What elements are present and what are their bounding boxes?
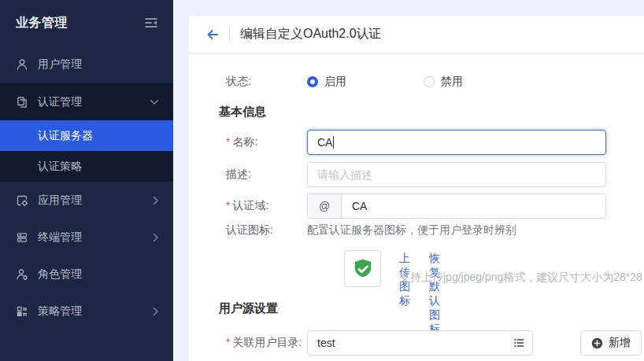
- status-row: 状态: 启用 禁用: [226, 74, 463, 90]
- sidebar-item-roles[interactable]: 角色管理: [0, 256, 173, 293]
- upload-format-hint: 支持上传jpg/jpeg/png格式，建议尺寸大小为28*28: [399, 271, 642, 285]
- name-input[interactable]: CA: [307, 130, 606, 155]
- sidebar-subitem-auth-policy[interactable]: 认证策略: [0, 151, 173, 182]
- sidebar-item-apps[interactable]: 应用管理: [0, 182, 173, 219]
- section-user-source: 用户源设置: [219, 301, 278, 316]
- name-input-value: CA: [317, 136, 332, 149]
- radio-disabled[interactable]: 禁用: [424, 75, 463, 89]
- sidebar-item-label: 终端管理: [38, 230, 153, 245]
- page-header: 编辑自定义OAuth2.0认证: [189, 16, 644, 53]
- user-icon: [16, 58, 28, 71]
- text-cursor: [333, 136, 334, 149]
- upload-links: 上传图标 恢复默认图标: [399, 252, 440, 337]
- main-content: 编辑自定义OAuth2.0认证 状态: 启用 禁用 基本信息 *名称: CA: [173, 0, 644, 361]
- back-button[interactable]: [206, 29, 219, 40]
- header-divider: [229, 28, 230, 41]
- radio-enabled-label: 启用: [324, 75, 346, 89]
- plus-circle-icon: [591, 337, 603, 349]
- section-basic-info: 基本信息: [219, 105, 266, 120]
- radio-enabled[interactable]: 启用: [307, 75, 346, 89]
- user-gear-icon: [16, 268, 28, 281]
- required-asterisk: *: [226, 336, 230, 348]
- auth-icon-label: 认证图标:: [226, 223, 307, 238]
- auth-domain-label: *认证域:: [226, 199, 307, 213]
- sidebar: 业务管理 用户管理 认证管理: [0, 0, 173, 361]
- edit-oauth-card: 编辑自定义OAuth2.0认证 状态: 启用 禁用 基本信息 *名称: CA: [189, 16, 644, 361]
- description-row: 描述:: [226, 162, 606, 187]
- sidebar-item-label: 角色管理: [38, 267, 159, 282]
- chevron-down-icon: [150, 99, 159, 105]
- app-gear-icon: [16, 194, 28, 207]
- description-input[interactable]: [307, 162, 606, 187]
- submenu-item-label: 认证服务器: [38, 129, 93, 143]
- description-label: 描述:: [226, 168, 307, 182]
- user-directory-label: *关联用户目录:: [226, 336, 307, 350]
- auth-icon-preview: [344, 250, 381, 287]
- shield-check-icon: [351, 257, 375, 281]
- user-directory-input[interactable]: test: [307, 330, 533, 355]
- certificate-icon: [16, 96, 28, 109]
- add-button-label: 新增: [609, 336, 631, 350]
- name-row: *名称: CA: [226, 130, 606, 155]
- name-label: *名称:: [226, 135, 307, 149]
- sidebar-item-label: 用户管理: [38, 57, 159, 72]
- restore-default-icon-link[interactable]: 恢复默认图标: [429, 252, 440, 337]
- auth-domain-value: CA: [342, 194, 367, 218]
- list-select-icon[interactable]: [513, 337, 525, 352]
- upload-icon-link[interactable]: 上传图标: [399, 252, 410, 337]
- sidebar-item-terminals[interactable]: 终端管理: [0, 219, 173, 256]
- sidebar-title: 业务管理: [16, 15, 143, 31]
- server-icon: [16, 231, 28, 244]
- chevron-right-icon: [153, 233, 159, 242]
- auth-icon-row: 认证图标: 配置认证服务器图标，便于用户登录时辨别: [226, 223, 516, 239]
- auth-icon-hint: 配置认证服务器图标，便于用户登录时辨别: [307, 223, 516, 238]
- submenu-item-label: 认证策略: [38, 160, 82, 174]
- page-title: 编辑自定义OAuth2.0认证: [240, 26, 382, 42]
- auth-domain-input[interactable]: @ CA: [307, 193, 606, 219]
- required-asterisk: *: [226, 135, 230, 148]
- radio-disabled-circle[interactable]: [424, 76, 435, 87]
- add-directory-button[interactable]: 新增: [580, 330, 642, 355]
- radio-disabled-label: 禁用: [441, 75, 463, 89]
- sidebar-subitem-auth-server[interactable]: 认证服务器: [0, 120, 173, 151]
- sidebar-header: 业务管理: [0, 0, 173, 46]
- status-label: 状态:: [226, 75, 307, 89]
- sidebar-item-label: 应用管理: [38, 193, 153, 208]
- sidebar-item-policies[interactable]: 策略管理: [0, 293, 173, 330]
- at-prefix: @: [308, 194, 342, 218]
- sidebar-item-users[interactable]: 用户管理: [0, 46, 173, 83]
- sidebar-item-auth[interactable]: 认证管理: [0, 83, 173, 120]
- user-directory-row: *关联用户目录: test: [226, 330, 533, 355]
- required-asterisk: *: [226, 199, 230, 212]
- collapse-menu-icon[interactable]: [143, 16, 159, 30]
- chevron-right-icon: [153, 196, 159, 205]
- sidebar-item-label: 策略管理: [38, 304, 153, 319]
- sidebar-item-label: 认证管理: [38, 95, 150, 109]
- radio-enabled-circle[interactable]: [307, 76, 318, 87]
- blocks-icon: [16, 305, 28, 318]
- auth-domain-row: *认证域: @ CA: [226, 193, 606, 219]
- user-directory-value: test: [317, 337, 335, 349]
- chevron-right-icon: [153, 307, 159, 316]
